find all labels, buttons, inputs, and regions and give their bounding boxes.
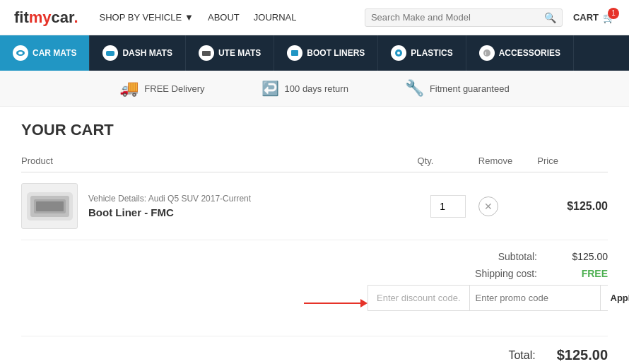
benefit-fitment-label: Fitment guaranteed xyxy=(430,83,510,94)
cat-label-plastics: PLASTICS xyxy=(411,48,452,58)
benefit-return: ↩️ 100 days return xyxy=(261,80,348,97)
total-value: $125.00 xyxy=(557,347,608,363)
product-cell: Vehicle Details: Audi Q5 SUV 2017-Curren… xyxy=(21,183,418,229)
cat-label-ute-mats: UTE MATS xyxy=(218,48,261,58)
product-image xyxy=(21,183,78,229)
shipping-value: FREE xyxy=(558,268,608,279)
discount-area: Enter discount code. Apply xyxy=(368,285,608,311)
search-bar[interactable]: 🔍 xyxy=(365,8,563,27)
col-product: Product xyxy=(21,150,418,172)
header: fitmycar. SHOP BY VEHICLE ▼ ABOUT JOURNA… xyxy=(0,0,629,35)
remove-button[interactable]: ✕ xyxy=(478,196,498,216)
col-remove: Remove xyxy=(478,150,537,172)
chevron-down-icon: ▼ xyxy=(184,12,194,23)
boot-liners-icon xyxy=(287,45,302,61)
cat-label-accessories: ACCESSORIES xyxy=(499,48,560,58)
svg-text:i: i xyxy=(485,50,486,57)
cat-item-boot-liners[interactable]: BOOT LINERS xyxy=(274,35,378,71)
return-icon: ↩️ xyxy=(261,80,279,97)
benefit-return-label: 100 days return xyxy=(285,83,348,94)
subtotal-label: Subtotal: xyxy=(498,251,537,262)
shipping-label: Shipping cost: xyxy=(475,268,537,279)
cat-item-car-mats[interactable]: CAR MATS xyxy=(0,35,90,71)
product-name: Boot Liner - FMC xyxy=(88,206,251,218)
benefit-delivery: 🚚 FREE Delivery xyxy=(119,79,204,98)
benefit-delivery-label: FREE Delivery xyxy=(144,83,204,94)
shipping-row: Shipping cost: FREE xyxy=(475,268,608,279)
svg-point-6 xyxy=(397,52,400,54)
about-link[interactable]: ABOUT xyxy=(208,12,240,23)
discount-arrow xyxy=(304,299,368,307)
cat-label-boot-liners: BOOT LINERS xyxy=(307,48,365,58)
journal-link[interactable]: JOURNAL xyxy=(254,12,297,23)
plastics-icon xyxy=(391,45,406,61)
total-label: Total: xyxy=(508,349,535,362)
discount-label: Enter discount code. xyxy=(368,286,470,310)
cat-item-dash-mats[interactable]: DASH MATS xyxy=(90,35,185,71)
benefits-bar: 🚚 FREE Delivery ↩️ 100 days return 🔧 Fit… xyxy=(0,71,629,107)
main-content: YOUR CART Product Qty. Remove Price xyxy=(0,107,629,364)
cart-icon-wrapper[interactable]: 🛒 1 xyxy=(603,12,615,23)
search-icon: 🔍 xyxy=(544,12,556,23)
product-vehicle: Vehicle Details: Audi Q5 SUV 2017-Curren… xyxy=(88,194,251,204)
svg-rect-12 xyxy=(36,201,64,211)
subtotal-value: $125.00 xyxy=(558,251,608,262)
fitment-icon: 🔧 xyxy=(405,79,424,98)
cat-item-accessories[interactable]: i ACCESSORIES xyxy=(466,35,574,71)
dash-mats-icon xyxy=(102,45,118,61)
subtotal-row: Subtotal: $125.00 xyxy=(498,251,608,262)
cat-item-plastics[interactable]: PLASTICS xyxy=(378,35,466,71)
cart-table: Product Qty. Remove Price xyxy=(21,150,608,240)
cat-label-car-mats: CAR MATS xyxy=(33,48,76,58)
cart-area[interactable]: CART 🛒 1 xyxy=(573,12,615,23)
main-nav: SHOP BY VEHICLE ▼ ABOUT JOURNAL xyxy=(100,12,365,23)
svg-rect-2 xyxy=(106,51,114,56)
svg-point-1 xyxy=(18,52,23,54)
cat-label-dash-mats: DASH MATS xyxy=(122,48,172,58)
svg-rect-3 xyxy=(202,51,211,56)
delivery-icon: 🚚 xyxy=(119,79,139,98)
benefit-fitment: 🔧 Fitment guaranteed xyxy=(405,79,510,98)
cat-item-ute-mats[interactable]: UTE MATS xyxy=(186,35,274,71)
shop-by-vehicle-link[interactable]: SHOP BY VEHICLE ▼ xyxy=(100,12,194,23)
quantity-input[interactable] xyxy=(430,195,466,218)
table-row: Vehicle Details: Audi Q5 SUV 2017-Curren… xyxy=(21,172,608,240)
totals-section: Subtotal: $125.00 Shipping cost: FREE En… xyxy=(21,240,608,336)
category-nav: CAR MATS DASH MATS UTE MATS BOOT LINERS … xyxy=(0,35,629,71)
ute-mats-icon xyxy=(199,45,214,61)
col-price: Price xyxy=(537,150,608,172)
product-details: Vehicle Details: Audi Q5 SUV 2017-Curren… xyxy=(88,194,251,218)
accessories-icon: i xyxy=(479,45,495,61)
svg-rect-4 xyxy=(291,50,298,56)
apply-button[interactable]: Apply xyxy=(600,286,629,310)
promo-code-input[interactable] xyxy=(470,286,600,310)
logo[interactable]: fitmycar. xyxy=(14,8,78,27)
total-row: Total: $125.00 xyxy=(21,336,608,364)
cart-label: CART xyxy=(573,12,599,23)
search-input[interactable] xyxy=(371,12,544,23)
cart-badge: 1 xyxy=(608,8,619,19)
col-qty: Qty. xyxy=(418,150,478,172)
cart-title: YOUR CART xyxy=(21,121,608,139)
item-price: $125.00 xyxy=(567,200,608,212)
car-mats-icon xyxy=(13,45,28,61)
